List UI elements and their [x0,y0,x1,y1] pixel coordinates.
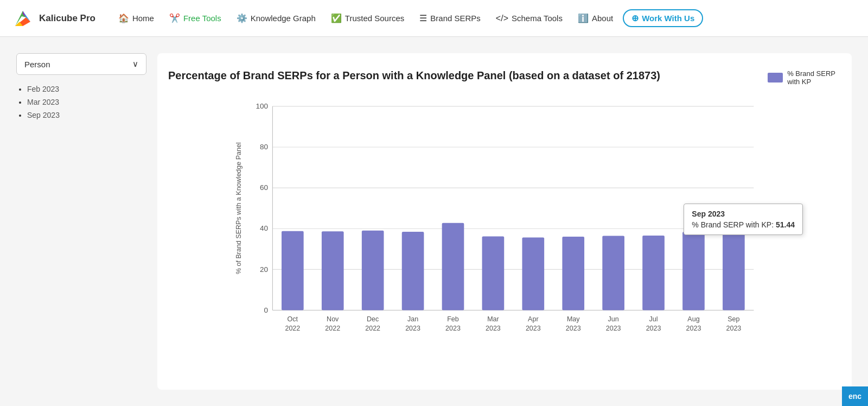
svg-rect-28 [402,232,424,310]
nav-home-label: Home [132,14,154,23]
nav-free-tools-label: Free Tools [183,14,221,23]
svg-rect-22 [322,231,344,310]
chart-title: Percentage of Brand SERPs for a Person w… [168,69,835,82]
svg-text:Aug: Aug [687,315,699,323]
navigation: Kalicube Pro 🏠 Home ✂️ Free Tools ⚙️ Kno… [0,0,868,37]
svg-text:2023: 2023 [726,325,741,332]
chevron-down-icon: ∨ [132,59,138,69]
list-item: Sep 2023 [27,111,146,119]
legend-label: % Brand SERPwith KP [787,69,835,86]
svg-rect-31 [442,223,464,310]
svg-text:Dec: Dec [367,315,379,323]
logo[interactable]: Kalicube Pro [11,7,95,30]
knowledge-graph-icon: ⚙️ [237,13,247,23]
svg-rect-19 [282,231,304,310]
svg-text:2023: 2023 [686,325,701,332]
svg-rect-52 [723,205,745,310]
svg-text:Oct: Oct [288,315,298,323]
svg-text:40: 40 [260,224,268,232]
about-icon: ℹ️ [578,13,589,23]
chart-legend: % Brand SERPwith KP [768,69,835,86]
nav-home[interactable]: 🏠 Home [111,9,162,28]
nav-schema-tools-label: Schema Tools [512,14,563,23]
svg-text:Apr: Apr [528,315,538,323]
trusted-sources-icon: ✅ [331,13,342,23]
nav-work-with-us-label: Work With Us [642,14,694,23]
svg-rect-37 [522,237,545,310]
svg-rect-40 [562,237,584,310]
person-dropdown[interactable]: Person ∨ [16,53,146,75]
nav-schema-tools[interactable]: </> Schema Tools [488,9,570,28]
dropdown-label: Person [24,60,50,69]
enc-button[interactable]: enc [842,386,868,406]
svg-text:2023: 2023 [405,325,420,332]
logo-text: Kalicube Pro [39,13,95,24]
work-with-us-icon: ⊕ [631,13,639,23]
svg-text:2023: 2023 [646,325,661,332]
svg-text:2023: 2023 [526,325,541,332]
sidebar-links: Feb 2023 Mar 2023 Sep 2023 [16,85,146,119]
sidebar-link-mar2023[interactable]: Mar 2023 [27,98,59,106]
nav-about-label: About [592,14,613,23]
nav-brand-serps[interactable]: ☰ Brand SERPs [412,9,488,28]
chart-container: 020406080100Oct2022Nov2022Dec2022Jan2023… [168,95,835,358]
chart-area: Percentage of Brand SERPs for a Person w… [157,53,852,390]
svg-text:May: May [567,315,580,323]
svg-text:2023: 2023 [445,325,461,332]
svg-text:2022: 2022 [325,325,340,332]
svg-rect-46 [642,236,665,310]
sidebar-link-sep2023[interactable]: Sep 2023 [27,111,60,119]
svg-text:20: 20 [260,265,268,274]
svg-text:2022: 2022 [285,325,300,332]
svg-text:% of Brand SERPs with a Knowle: % of Brand SERPs with a Knowledge Panel [235,142,242,274]
svg-text:2023: 2023 [486,325,501,332]
svg-text:2022: 2022 [365,325,380,332]
svg-text:Mar: Mar [487,315,499,323]
schema-tools-icon: </> [496,14,508,23]
svg-text:Jun: Jun [608,315,619,323]
list-item: Mar 2023 [27,98,146,106]
nav-knowledge-graph-label: Knowledge Graph [251,14,316,23]
svg-rect-25 [362,231,384,310]
nav-free-tools[interactable]: ✂️ Free Tools [162,9,229,28]
svg-text:0: 0 [264,306,268,314]
svg-text:2023: 2023 [566,325,581,332]
bar-chart: 020406080100Oct2022Nov2022Dec2022Jan2023… [168,95,835,356]
sidebar: Person ∨ Feb 2023 Mar 2023 Sep 2023 [16,53,146,390]
brand-serps-icon: ☰ [419,13,427,23]
svg-text:Jan: Jan [407,315,418,323]
svg-text:Feb: Feb [447,315,459,323]
svg-text:80: 80 [260,143,268,151]
nav-items: 🏠 Home ✂️ Free Tools ⚙️ Knowledge Graph … [111,9,857,28]
svg-text:Sep: Sep [727,315,739,323]
svg-text:Jul: Jul [649,315,658,323]
svg-text:2023: 2023 [606,325,621,332]
nav-work-with-us[interactable]: ⊕ Work With Us [623,9,703,27]
svg-text:Nov: Nov [327,315,339,323]
svg-rect-43 [602,236,624,310]
nav-knowledge-graph[interactable]: ⚙️ Knowledge Graph [229,9,323,28]
svg-text:100: 100 [256,102,268,110]
nav-trusted-sources[interactable]: ✅ Trusted Sources [323,9,412,28]
svg-rect-34 [482,237,505,310]
nav-brand-serps-label: Brand SERPs [430,14,481,23]
home-icon: 🏠 [118,13,129,23]
svg-rect-49 [682,232,705,310]
main-content: Person ∨ Feb 2023 Mar 2023 Sep 2023 Perc… [0,37,868,406]
sidebar-link-feb2023[interactable]: Feb 2023 [27,85,59,93]
logo-icon [11,7,35,30]
list-item: Feb 2023 [27,85,146,93]
svg-text:60: 60 [260,183,268,192]
free-tools-icon: ✂️ [169,13,180,23]
legend-swatch [768,73,783,83]
nav-trusted-sources-label: Trusted Sources [345,14,405,23]
nav-about[interactable]: ℹ️ About [570,9,621,28]
